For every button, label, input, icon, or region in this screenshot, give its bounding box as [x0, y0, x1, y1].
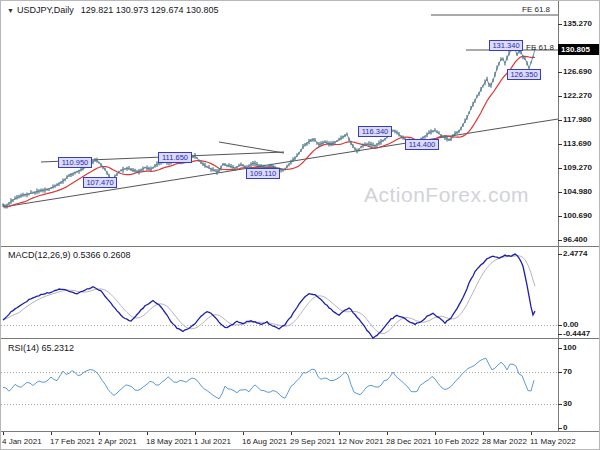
- current-price-label: 130.805: [558, 44, 600, 55]
- date-axis-label: 16 Aug 2021: [242, 437, 287, 446]
- price-axis-label: 135.270: [563, 19, 592, 29]
- price-axis-label: 96.400: [563, 235, 587, 245]
- price-axis-label: 122.270: [563, 91, 592, 101]
- rsi-line: [3, 358, 534, 399]
- trendline: [219, 142, 284, 153]
- price-axis-label: 126.690: [563, 67, 592, 77]
- chart-window: ActionForex.com ▼USDJPY,Daily129.821 130…: [0, 0, 600, 450]
- date-axis-label: 18 May 2021: [146, 437, 192, 446]
- rsi-axis-label: 70: [563, 367, 572, 377]
- chart-title: ▼USDJPY,Daily129.821 130.973 129.674 130…: [7, 5, 218, 15]
- date-axis-label: 28 Dec 2021: [386, 437, 431, 446]
- swing-price-label: 109.110: [246, 168, 280, 179]
- price-axis-label: 104.980: [563, 187, 592, 197]
- rsi-axis-label: 100: [563, 343, 576, 353]
- swing-price-label: 107.470: [83, 177, 117, 188]
- rsi-indicator-label: RSI(14) 65.2312: [8, 343, 74, 353]
- price-axis-label: 109.270: [563, 163, 592, 173]
- macd-signal-line: [3, 256, 535, 334]
- collapse-triangle-icon[interactable]: ▼: [7, 7, 14, 14]
- price-axis-label: 113.690: [563, 139, 591, 149]
- rsi-axis-label: 30: [563, 399, 572, 409]
- swing-price-label: 110.950: [58, 157, 92, 168]
- price-axis-label: 100.690: [563, 211, 592, 221]
- symbol-timeframe: USDJPY,Daily: [17, 5, 74, 15]
- date-axis-label: 4 Jan 2021: [2, 437, 42, 446]
- fib-extension-label: FE 61.8: [522, 5, 550, 14]
- date-axis-label: 10 Feb 2022: [434, 437, 479, 446]
- date-axis-label: 29 Sep 2021: [290, 437, 335, 446]
- ohlc-values: 129.821 130.973 129.674 130.805: [81, 5, 219, 15]
- price-axis-label: 117.980: [563, 115, 591, 125]
- macd-indicator-label: MACD(12,26,9) 0.5366 0.2608: [8, 250, 131, 260]
- swing-price-label: 111.650: [158, 152, 192, 163]
- date-axis-label: 2 Apr 2021: [98, 437, 137, 446]
- swing-price-label: 131.340: [489, 40, 523, 51]
- date-axis-label: 28 Mar 2022: [482, 437, 527, 446]
- swing-price-label: 116.340: [358, 126, 392, 137]
- macd-axis-label: 2.4774: [563, 249, 587, 259]
- date-axis-label: 1 Jul 2021: [194, 437, 231, 446]
- swing-price-label: 126.350: [507, 69, 541, 80]
- date-axis-label: 17 Feb 2021: [50, 437, 95, 446]
- rsi-axis-label: 0: [563, 423, 567, 433]
- date-axis-label: 12 Nov 2021: [338, 437, 383, 446]
- swing-price-label: 114.400: [405, 139, 439, 150]
- date-axis-label: 11 May 2022: [530, 437, 576, 446]
- fib-extension-label: FE 61.8: [526, 43, 554, 52]
- macd-axis-label: -0.4447: [563, 329, 590, 339]
